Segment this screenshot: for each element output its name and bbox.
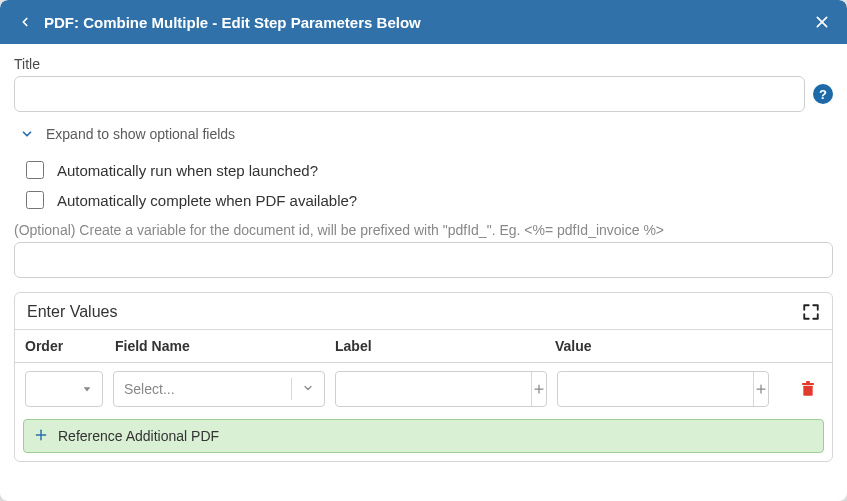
title-input[interactable] — [14, 76, 805, 112]
caret-down-icon — [82, 384, 92, 394]
back-button[interactable] — [14, 11, 36, 33]
plus-icon — [755, 383, 767, 395]
title-row: ? — [14, 76, 833, 112]
close-button[interactable] — [811, 11, 833, 33]
label-input[interactable] — [336, 372, 531, 406]
svg-rect-7 — [803, 386, 812, 396]
auto-run-checkbox[interactable] — [26, 161, 44, 179]
fullscreen-button[interactable] — [802, 303, 820, 321]
auto-run-row[interactable]: Automatically run when step launched? — [22, 158, 833, 182]
close-icon — [814, 14, 830, 30]
trash-icon — [800, 380, 816, 398]
caret-down-icon — [302, 381, 314, 397]
label-cell — [335, 371, 547, 407]
grid-header-row: Order Field Name Label Value — [15, 329, 832, 363]
field-name-placeholder: Select... — [124, 381, 175, 397]
order-dropdown[interactable] — [25, 371, 103, 407]
modal-body: Title ? Expand to show optional fields A… — [0, 44, 847, 501]
modal-title: PDF: Combine Multiple - Edit Step Parame… — [44, 14, 811, 31]
table-row: Select... — [15, 363, 832, 415]
variable-input[interactable] — [14, 242, 833, 278]
column-value: Value — [545, 330, 765, 362]
reference-additional-pdf-label: Reference Additional PDF — [58, 428, 219, 444]
separator — [291, 378, 292, 400]
svg-marker-2 — [84, 387, 91, 391]
help-button[interactable]: ? — [813, 84, 833, 104]
plus-icon — [533, 383, 545, 395]
chevron-left-icon — [18, 15, 32, 29]
auto-complete-row[interactable]: Automatically complete when PDF availabl… — [22, 188, 833, 212]
auto-run-label: Automatically run when step launched? — [57, 162, 318, 179]
expand-optional-toggle[interactable]: Expand to show optional fields — [20, 126, 833, 142]
title-label: Title — [14, 56, 833, 72]
panel-header: Enter Values — [15, 293, 832, 329]
expand-optional-label: Expand to show optional fields — [46, 126, 235, 142]
chevron-down-icon — [20, 127, 34, 141]
reference-additional-pdf-button[interactable]: Reference Additional PDF — [23, 419, 824, 453]
delete-row-button[interactable] — [800, 380, 816, 398]
value-add-button[interactable] — [753, 372, 768, 406]
svg-rect-9 — [806, 381, 810, 383]
auto-complete-checkbox[interactable] — [26, 191, 44, 209]
auto-complete-label: Automatically complete when PDF availabl… — [57, 192, 357, 209]
column-field: Field Name — [105, 330, 325, 362]
column-order: Order — [15, 330, 105, 362]
label-add-button[interactable] — [531, 372, 546, 406]
modal-header: PDF: Combine Multiple - Edit Step Parame… — [0, 0, 847, 44]
modal-dialog: PDF: Combine Multiple - Edit Step Parame… — [0, 0, 847, 501]
panel-title: Enter Values — [27, 303, 117, 321]
enter-values-panel: Enter Values Order Field Name Label Valu… — [14, 292, 833, 462]
svg-rect-8 — [802, 383, 814, 385]
value-input[interactable] — [558, 372, 753, 406]
column-label: Label — [325, 330, 545, 362]
expand-icon — [802, 303, 820, 321]
plus-icon — [34, 426, 48, 447]
value-cell — [557, 371, 769, 407]
field-name-select[interactable]: Select... — [113, 371, 325, 407]
variable-hint: (Optional) Create a variable for the doc… — [14, 222, 833, 238]
column-action — [765, 330, 832, 362]
